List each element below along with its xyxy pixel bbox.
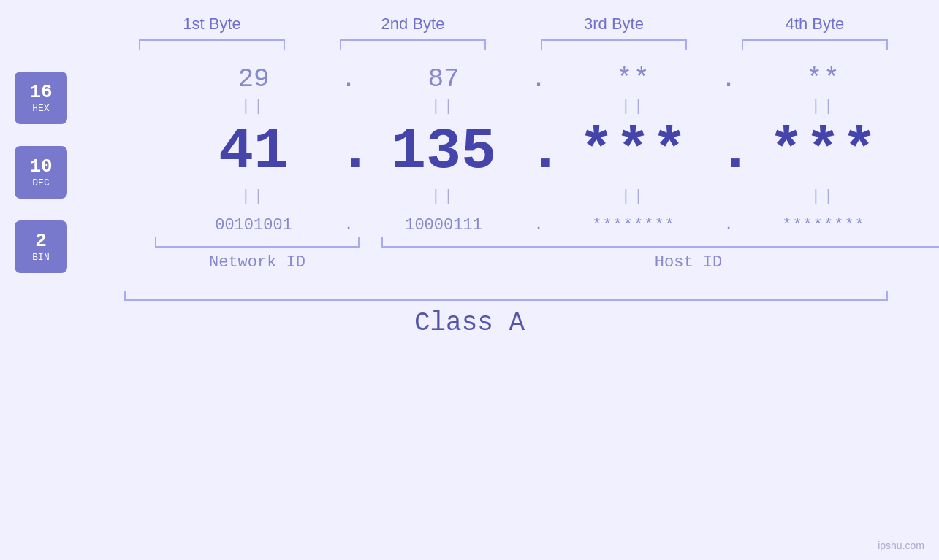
dec-row: 41 . 135 . *** . *** [82,118,939,185]
dec-b3: *** [550,123,718,181]
class-label: Class A [0,308,939,338]
eq2-1: || [170,188,338,206]
eq2-2: || [360,188,528,206]
byte-4-label: 4th Byte [734,15,895,34]
main-container: 1st Byte 2nd Byte 3rd Byte 4th Byte 16 H… [0,0,939,560]
bin-dot-1: . [338,216,360,234]
bin-dot-2: . [528,216,550,234]
main-content: 16 HEX 10 DEC 2 BIN 29 . [0,57,939,280]
hex-b4: ** [740,64,908,94]
bin-row: 00101001 . 10000111 . ******** . [82,216,939,234]
dec-b2: 135 [360,123,528,181]
bottom-brackets-row [155,237,939,248]
eq2-4: || [740,188,908,206]
badge-bin: 2 BIN [15,220,67,273]
eq-2: || [360,97,528,115]
bottom-brackets-section: Network ID Host ID [155,237,939,272]
hex-dot-2: . [528,64,550,94]
hex-b1: 29 [170,64,338,94]
dec-dot-3: . [718,118,740,185]
top-brackets [112,39,916,50]
full-bottom-bracket [124,291,888,301]
bin-b4: ******** [740,216,908,234]
dec-b1: 41 [170,123,338,181]
bin-b1: 00101001 [170,216,338,234]
dec-dot-1: . [338,118,360,185]
eq-3: || [550,97,718,115]
bin-b3: ******** [550,216,718,234]
network-id-label: Network ID [155,253,360,272]
values-grid: 29 . 87 . ** . ** [82,57,939,280]
hex-b3: ** [550,64,718,94]
equals-row-2: || || || || [82,188,939,206]
byte-3-label: 3rd Byte [533,15,694,34]
badge-dec-label: DEC [32,177,49,188]
bin-dot-3: . [718,216,740,234]
badge-bin-label: BIN [32,252,49,263]
hex-dot-1: . [338,64,360,94]
watermark: ipshu.com [878,540,924,551]
badge-hex-label: HEX [32,103,49,114]
badge-dec-number: 10 [29,156,52,177]
badge-dec: 10 DEC [15,146,67,199]
dec-b4: *** [740,123,908,181]
dec-dot-2: . [528,118,550,185]
bracket-4 [742,39,888,50]
host-bracket [381,237,939,248]
hex-row: 29 . 87 . ** . ** [82,64,939,94]
bracket-1 [139,39,285,50]
bracket-2 [340,39,486,50]
hex-dot-3: . [718,64,740,94]
byte-headers-row: 1st Byte 2nd Byte 3rd Byte 4th Byte [112,15,916,34]
eq2-3: || [550,188,718,206]
bottom-labels-row: Network ID Host ID [155,253,939,272]
eq-1: || [170,97,338,115]
eq-4: || [740,97,908,115]
bracket-3 [541,39,687,50]
badge-bin-number: 2 [35,231,47,252]
host-id-label: Host ID [381,253,939,272]
equals-row-1: || || || || [82,97,939,115]
badges-column: 16 HEX 10 DEC 2 BIN [0,64,82,280]
network-bracket [155,237,360,248]
hex-b2: 87 [360,64,528,94]
byte-1-label: 1st Byte [132,15,292,34]
badge-hex-number: 16 [29,82,52,103]
bin-b2: 10000111 [360,216,528,234]
byte-2-label: 2nd Byte [332,15,493,34]
badge-hex: 16 HEX [15,72,67,124]
